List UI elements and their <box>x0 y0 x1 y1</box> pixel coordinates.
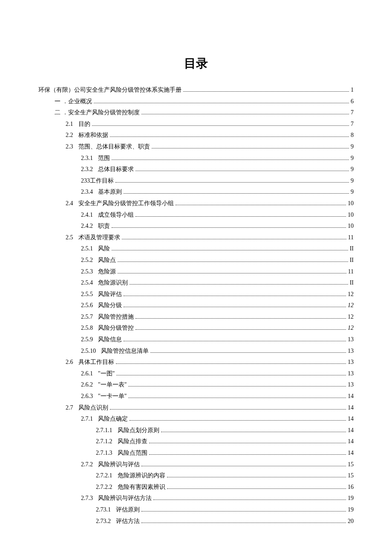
toc-entry-page: 1 <box>351 84 354 96</box>
toc-entry-page: 10 <box>348 198 354 209</box>
toc-entry: 2.5.6 风险分级12 <box>38 300 354 311</box>
toc-leader-dots <box>130 279 348 285</box>
toc-entry-page: 9 <box>351 175 354 187</box>
toc-entry: 2.5.4 危险源识别II <box>38 277 354 289</box>
toc-entry-page: 14 <box>348 425 354 436</box>
toc-entry-page: 13 <box>348 334 354 346</box>
toc-entry: 2.73.1 评估原则19 <box>38 504 354 516</box>
toc-entry-number: 2.7.2.1 <box>96 470 112 482</box>
toc-entry-title: 风险点划分原则 <box>118 425 159 436</box>
toc-entry-number: 2.5.4 <box>81 277 93 289</box>
toc-entry-page: 11 <box>348 232 354 244</box>
toc-entry-page: 12 <box>348 289 354 300</box>
toc-entry-page: 15 <box>348 470 354 482</box>
toc-entry: 2.5.3 危险源11 <box>38 266 354 278</box>
toc-entry-number: 2.4.1 <box>81 209 93 221</box>
toc-entry: 2.4 安全生产风险分级管控工作领导小组10 <box>38 198 354 209</box>
toc-entry-page: 13 <box>348 379 354 391</box>
toc-entry-number: 233 <box>81 175 90 187</box>
toc-entry: 2.3.4 基本原则9 <box>38 186 354 198</box>
toc-entry-page: 13 <box>348 368 354 380</box>
toc-leader-dots <box>149 438 346 443</box>
toc-entry-number: 2.3.1 <box>81 153 93 164</box>
toc-entry-title: "一图" <box>98 368 115 380</box>
toc-entry-number: 2.7.1.3 <box>96 447 112 459</box>
toc-entry-page: 9 <box>351 141 354 153</box>
toc-leader-dots <box>122 234 346 239</box>
toc-entry-title: 安全生产风险分级管控工作领导小组 <box>78 198 174 209</box>
toc-entry: 二．安全生产风险分级管控制度7 <box>38 107 354 119</box>
toc-leader-dots <box>161 427 346 432</box>
toc-leader-dots <box>94 98 349 103</box>
toc-entry-number: 二 <box>53 107 62 119</box>
toc-entry-page: 14 <box>348 436 354 447</box>
toc-leader-dots <box>112 154 349 160</box>
toc-entry-title: 风险管控措施 <box>98 311 134 323</box>
toc-entry-page: 11 <box>348 266 354 278</box>
toc-leader-dots <box>118 268 346 273</box>
toc-entry-title: 范围、总体目标要求、职责 <box>78 141 150 153</box>
toc-entry: 2.5.5 风险评估12 <box>38 289 354 300</box>
toc-entry: 2.5.7 风险管控措施12 <box>38 311 354 323</box>
toc-entry-page: 14 <box>348 391 354 402</box>
toc-entry-number: 2.6.3 <box>81 391 93 402</box>
toc-entry-title: 风险点确定 <box>98 413 128 425</box>
toc-entry-page: 15 <box>348 459 354 471</box>
toc-entry-page: 12 <box>348 300 354 311</box>
toc-entry: 环保（有限）公司安全生产风险分级管控体系实施手册1 <box>38 84 354 96</box>
toc-entry: 2.7.1.1 风险点划分原则14 <box>38 425 354 436</box>
toc-leader-dots <box>124 336 346 341</box>
toc-entry-number: 2.5.1 <box>81 243 93 255</box>
toc-entry-number: 2.5.3 <box>81 266 93 278</box>
toc-entry-title: 风险点 <box>98 255 116 266</box>
toc-entry: 2.5.1 风险II <box>38 243 354 255</box>
toc-entry-title: 评估原则 <box>116 504 140 516</box>
toc-entry-title: 范围 <box>98 153 110 164</box>
toc-entry: 233工作目标9 <box>38 175 354 187</box>
toc-leader-dots <box>135 314 346 319</box>
toc-entry-number: 2.2 <box>66 130 73 141</box>
toc-entry-page: II <box>350 277 354 289</box>
toc-entry-page: II <box>350 243 354 255</box>
toc-entry-number: 一 <box>53 96 62 108</box>
toc-entry-title: ．安全生产风险分级管控制度 <box>62 107 140 119</box>
toc-entry-title: 风险评估 <box>98 289 122 300</box>
toc-leader-dots <box>110 404 346 409</box>
toc-leader-dots <box>152 143 349 148</box>
toc-entry-number: 2.7.2.2 <box>96 482 112 493</box>
toc-entry-title: 成立领导小组 <box>98 209 134 221</box>
toc-entry-number: 2.3 <box>66 141 73 153</box>
toc-entry-title: 风险点识别 <box>78 402 108 414</box>
toc-entry-number: 2.5.8 <box>81 323 93 334</box>
toc-entry: 2.5.10 风险管控信息清单13 <box>38 346 354 357</box>
toc-entry-page: 19 <box>348 504 354 516</box>
toc-entry: 2.3.1 范围9 <box>38 153 354 164</box>
toc-entry-number: 2.5.9 <box>81 334 93 346</box>
toc-leader-dots <box>130 416 346 421</box>
toc-entry: 2.6.3 "一卡一单"14 <box>38 391 354 402</box>
toc-entry-number: 2.4 <box>66 198 73 209</box>
toc-entry-title: "一卡一单" <box>98 391 127 402</box>
toc-entry-page: 14 <box>348 447 354 459</box>
toc-entry: 2.5.2 风险点II <box>38 255 354 266</box>
toc-entry-title: 总体目标要求 <box>98 164 134 175</box>
toc-entry: 2.4.2 职责10 <box>38 221 354 232</box>
toc-entry-page: 9 <box>351 164 354 175</box>
toc-entry: 2.6.1 "一图"13 <box>38 368 354 380</box>
toc-leader-dots <box>110 132 349 137</box>
toc-leader-dots <box>135 211 346 216</box>
toc-entry: 2.3 范围、总体目标要求、职责9 <box>38 141 354 153</box>
toc-entry-number: 2.7.2 <box>81 459 93 471</box>
toc-entry-title: 危险源辨识的内容 <box>118 470 165 482</box>
toc-entry-title: 风险 <box>98 243 110 255</box>
toc-entry-title: 风险分级管控 <box>98 323 134 334</box>
toc-entry-page: 9 <box>351 153 354 164</box>
toc-entry-page: 20 <box>348 516 354 527</box>
toc-leader-dots <box>118 257 348 262</box>
toc-entry-title: 工作目标 <box>90 175 114 187</box>
toc-leader-dots <box>141 517 346 523</box>
toc-entry-page: 7 <box>351 119 354 130</box>
toc-entry-page: 19 <box>348 493 354 504</box>
toc-entry-number: 2.5.2 <box>81 255 93 266</box>
toc-entry-page: 10 <box>348 221 354 232</box>
